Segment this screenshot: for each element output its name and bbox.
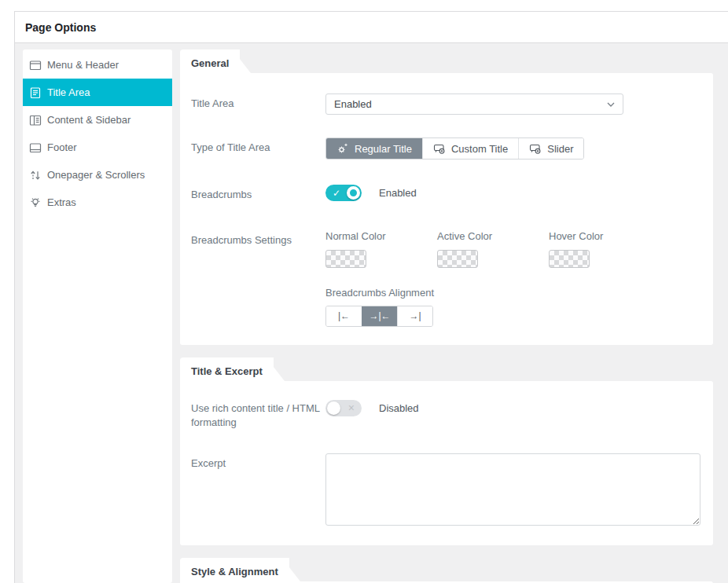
breadcrumbs-row: Breadcrumbs ✓ Enabled xyxy=(191,185,700,202)
hover-color-label: Hover Color xyxy=(549,230,660,242)
section-title-excerpt: Title & Excerpt Use rich content title /… xyxy=(180,358,713,545)
window-footer-icon xyxy=(29,141,42,154)
breadcrumbs-label: Breadcrumbs xyxy=(191,185,325,202)
align-center-button[interactable]: →|← xyxy=(362,306,397,326)
title-area-label: Title Area xyxy=(191,94,325,115)
breadcrumbs-alignment-label: Breadcrumbs Alignment xyxy=(325,287,660,299)
panel-header: Page Options xyxy=(15,12,728,43)
sidebar-item-extras[interactable]: Extras xyxy=(23,189,172,216)
normal-color-swatch[interactable] xyxy=(325,250,366,268)
page-title: Page Options xyxy=(25,21,96,34)
title-area-select-value: Enabled xyxy=(334,98,372,110)
sidebar-item-label: Onepager & Scrollers xyxy=(47,169,145,181)
type-of-title-area-label: Type of Title Area xyxy=(191,138,325,160)
arrows-up-down-icon xyxy=(29,169,42,182)
document-text-icon xyxy=(29,86,42,99)
bubble-plus-icon xyxy=(433,142,446,155)
sidebar-item-label: Content & Sidebar xyxy=(47,114,131,126)
custom-title-button[interactable]: Custom Title xyxy=(422,138,518,159)
bubble-plus-icon xyxy=(529,142,542,155)
normal-color-field: Normal Color xyxy=(325,230,437,268)
breadcrumbs-toggle[interactable]: ✓ xyxy=(325,185,362,201)
normal-color-label: Normal Color xyxy=(325,230,437,242)
button-label: Custom Title xyxy=(451,143,508,155)
panel-body: Menu & Header Title Area xyxy=(15,43,728,583)
sidebar-item-label: Footer xyxy=(47,141,77,153)
sidebar-item-content-sidebar[interactable]: Content & Sidebar xyxy=(23,106,172,134)
regular-title-button[interactable]: Regular Title xyxy=(326,138,422,159)
cross-icon: × xyxy=(348,402,355,413)
align-left-button[interactable]: |← xyxy=(326,306,362,326)
hover-color-field: Hover Color xyxy=(549,230,660,268)
sidebar-item-label: Title Area xyxy=(47,86,90,98)
button-label: Slider xyxy=(547,143,573,155)
rich-title-row: Use rich content title / HTML formatting… xyxy=(191,398,700,430)
slider-button[interactable]: Slider xyxy=(518,138,583,159)
toggle-knob xyxy=(347,186,360,200)
align-center-icon: →|← xyxy=(369,310,390,321)
active-color-swatch[interactable] xyxy=(437,250,478,268)
type-of-title-area-row: Type of Title Area xyxy=(191,138,700,160)
active-color-label: Active Color xyxy=(437,230,549,242)
rich-title-toggle[interactable]: × xyxy=(325,400,362,416)
lightbulb-icon xyxy=(29,196,42,209)
sidebar-item-onepager-scrollers[interactable]: Onepager & Scrollers xyxy=(23,161,172,189)
rich-title-state: Disabled xyxy=(379,400,419,414)
section-title: Style & Alignment xyxy=(191,566,278,578)
breadcrumbs-settings-row: Breadcrumbs Settings Normal Color Active… xyxy=(191,230,700,327)
sidebar-item-menu-header[interactable]: Menu & Header xyxy=(23,51,172,79)
rich-title-label: Use rich content title / HTML formatting xyxy=(191,398,325,430)
general-card: Title Area Enabled Type of Title Area xyxy=(180,73,713,345)
excerpt-textarea[interactable] xyxy=(325,453,700,526)
section-title: Title & Excerpt xyxy=(191,365,263,377)
gear-sparkle-icon xyxy=(336,142,349,155)
section-title: General xyxy=(191,57,229,69)
align-left-icon: |← xyxy=(338,310,350,321)
sidebar-item-label: Menu & Header xyxy=(47,59,119,71)
breadcrumbs-alignment-group: |← →|← →| xyxy=(325,306,433,327)
excerpt-row: Excerpt xyxy=(191,453,700,526)
page: Page Options Menu & Header xyxy=(0,0,728,583)
section-tab-title-excerpt: Title & Excerpt xyxy=(180,358,274,381)
align-right-icon: →| xyxy=(409,310,421,321)
breadcrumbs-settings-label: Breadcrumbs Settings xyxy=(191,230,325,327)
page-options-panel: Page Options Menu & Header xyxy=(14,11,728,583)
breadcrumbs-state: Enabled xyxy=(379,187,417,199)
toggle-knob xyxy=(327,402,340,415)
sidebar-item-label: Extras xyxy=(47,196,76,208)
title-type-button-group: Regular Title xyxy=(325,138,584,160)
window-header-icon xyxy=(29,59,42,72)
title-excerpt-card: Use rich content title / HTML formatting… xyxy=(180,381,713,545)
layout-sidebar-icon xyxy=(29,114,42,126)
section-tab-general: General xyxy=(180,50,240,73)
section-general: General Title Area Enabled xyxy=(180,50,713,345)
chevron-down-icon xyxy=(607,102,615,107)
hover-color-swatch[interactable] xyxy=(549,250,590,268)
align-right-button[interactable]: →| xyxy=(397,306,432,326)
active-color-field: Active Color xyxy=(437,230,549,268)
title-area-row: Title Area Enabled xyxy=(191,94,700,115)
breadcrumb-color-pickers: Normal Color Active Color Hover Color xyxy=(325,230,660,268)
section-style-alignment: Style & Alignment xyxy=(180,558,713,583)
section-tab-style-alignment: Style & Alignment xyxy=(180,558,289,581)
sidebar-item-footer[interactable]: Footer xyxy=(23,134,172,161)
title-area-select[interactable]: Enabled xyxy=(325,94,623,115)
main-content: General Title Area Enabled xyxy=(180,50,713,583)
excerpt-label: Excerpt xyxy=(191,453,325,526)
button-label: Regular Title xyxy=(355,143,412,155)
check-icon: ✓ xyxy=(333,189,340,198)
sidebar: Menu & Header Title Area xyxy=(23,50,172,583)
sidebar-item-title-area[interactable]: Title Area xyxy=(23,79,172,106)
